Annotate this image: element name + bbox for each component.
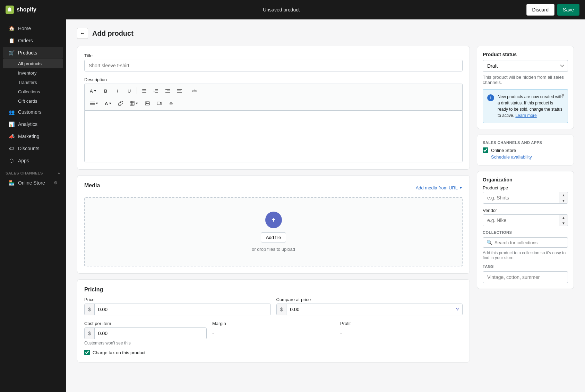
add-media-from-url[interactable]: Add media from URL ▼ — [416, 185, 463, 190]
product-type-stepper: ▲ ▼ — [559, 192, 568, 203]
sidebar-sub-all-products[interactable]: All products — [3, 59, 63, 68]
sidebar-item-online-store[interactable]: 🏪 Online Store ⚙ — [3, 177, 63, 189]
sidebar-item-home[interactable]: 🏠 Home — [3, 23, 63, 34]
media-title: Media — [84, 182, 100, 189]
info-close-icon[interactable]: ✕ — [561, 92, 565, 98]
cost-hint: Customers won't see this — [84, 341, 207, 346]
sidebar-item-apps[interactable]: ⬡ Apps — [3, 155, 63, 167]
profit-label: Profit — [340, 321, 463, 326]
description-editor[interactable] — [84, 110, 463, 162]
status-select[interactable]: Draft Active — [483, 60, 568, 72]
profit-value: - — [340, 327, 463, 336]
add-sales-channel-icon[interactable]: + — [58, 171, 60, 175]
sidebar-item-marketing[interactable]: 📣 Marketing — [3, 130, 63, 142]
dropdown-arrow-icon: ▼ — [459, 186, 463, 190]
sidebar-sub-gift-cards[interactable]: Gift cards — [3, 96, 63, 106]
indent-btn[interactable] — [163, 86, 173, 96]
svg-text:3.: 3. — [154, 92, 155, 93]
price-label: Price — [84, 297, 271, 302]
price-grid: Price $ Compare at price $ ? — [84, 297, 463, 315]
tax-checkbox-row: Charge tax on this product — [84, 350, 463, 355]
emoji-btn[interactable]: ☺ — [166, 99, 176, 108]
list-ol-btn[interactable]: 1.2.3. — [151, 86, 161, 96]
status-hint: This product will be hidden from all sal… — [483, 75, 568, 85]
collections-search-input[interactable] — [494, 240, 564, 245]
info-icon: i — [487, 94, 494, 101]
image-btn[interactable] — [142, 99, 153, 108]
topbar: shopify Unsaved product Discard Save — [0, 0, 585, 19]
page-header: ← Add product — [77, 28, 574, 39]
color-select[interactable]: A ▼ — [102, 99, 114, 108]
svg-point-4 — [142, 91, 143, 91]
list-ul-btn[interactable] — [139, 86, 149, 96]
learn-more-link[interactable]: Learn more — [515, 113, 536, 118]
sidebar-sub-inventory[interactable]: Inventory — [3, 68, 63, 78]
media-header: Media Add media from URL ▼ — [84, 182, 463, 193]
sidebar: 🏠 Home 📋 Orders 🛒 Products All products … — [0, 19, 66, 392]
home-icon: 🏠 — [8, 25, 15, 32]
margin-label: Margin — [212, 321, 335, 326]
table-select[interactable]: ▼ — [127, 99, 141, 108]
italic-btn[interactable]: I — [112, 86, 123, 96]
channel-row: Online Store — [483, 147, 568, 153]
vendor-stepper: ▲ ▼ — [559, 215, 568, 226]
underline-btn[interactable]: U — [124, 86, 135, 96]
back-button[interactable]: ← — [77, 28, 88, 39]
cost-input-wrapper: $ — [84, 327, 207, 339]
products-icon: 🛒 — [8, 50, 15, 56]
color-icon: A — [105, 101, 108, 106]
svg-rect-21 — [130, 101, 134, 105]
sales-channels-label: SALES CHANNELS AND APPS — [483, 140, 568, 145]
online-store-settings-icon[interactable]: ⚙ — [54, 180, 58, 185]
discard-button[interactable]: Discard — [526, 4, 554, 16]
vendor-row: Vendor ▲ ▼ — [483, 208, 568, 226]
svg-point-3 — [142, 89, 143, 90]
customers-icon: 👥 — [8, 109, 15, 115]
sidebar-item-discounts[interactable]: 🏷 Discounts — [3, 143, 63, 154]
tags-input[interactable] — [483, 271, 568, 283]
sidebar-sub-collections[interactable]: Collections — [3, 87, 63, 96]
product-type-up[interactable]: ▲ — [559, 192, 568, 198]
code-btn[interactable]: </> — [189, 86, 200, 96]
upload-area[interactable]: Add file or drop files to upload — [84, 197, 463, 266]
product-status-card: Product status Draft Active This product… — [477, 46, 574, 129]
info-text: New products are now created with a draf… — [498, 94, 564, 119]
title-input[interactable] — [84, 60, 463, 71]
product-type-row: Product type ▲ ▼ — [483, 185, 568, 204]
link-btn[interactable] — [115, 99, 126, 108]
bold-btn[interactable]: B — [101, 86, 111, 96]
compare-help-icon[interactable]: ? — [453, 304, 462, 315]
schedule-availability-link[interactable]: Schedule availability — [491, 154, 568, 160]
tax-label: Charge tax on this product — [93, 350, 145, 355]
product-type-input[interactable] — [483, 192, 559, 203]
add-file-button[interactable]: Add file — [261, 232, 286, 242]
content-area: Title Description A ▼ B I U — [77, 46, 574, 368]
price-input[interactable] — [95, 304, 270, 315]
align-select[interactable]: ▼ — [87, 99, 101, 108]
vendor-down[interactable]: ▼ — [559, 220, 568, 226]
apps-icon: ⬡ — [8, 157, 15, 164]
sidebar-sub-transfers[interactable]: Transfers — [3, 78, 63, 87]
svg-point-27 — [146, 103, 147, 103]
vendor-input[interactable] — [483, 215, 559, 226]
pricing-title: Pricing — [84, 287, 463, 293]
save-button[interactable]: Save — [557, 4, 579, 16]
vendor-up[interactable]: ▲ — [559, 215, 568, 220]
sidebar-item-analytics[interactable]: 📊 Analytics — [3, 118, 63, 130]
product-type-down[interactable]: ▼ — [559, 198, 568, 203]
sidebar-item-customers[interactable]: 👥 Customers — [3, 106, 63, 118]
description-label: Description — [84, 77, 463, 82]
compare-input[interactable] — [286, 304, 453, 315]
font-select[interactable]: A ▼ — [87, 86, 99, 96]
outdent-btn[interactable] — [174, 86, 185, 96]
sidebar-item-products[interactable]: 🛒 Products — [3, 47, 63, 59]
online-store-checkbox[interactable] — [483, 147, 488, 153]
margin-value: - — [212, 327, 335, 336]
tax-checkbox[interactable] — [84, 350, 90, 355]
sidebar-label-marketing: Marketing — [18, 134, 39, 139]
collections-search-wrapper: 🔍 — [483, 237, 568, 248]
sidebar-item-orders[interactable]: 📋 Orders — [3, 35, 63, 46]
video-btn[interactable] — [154, 99, 164, 108]
discounts-icon: 🏷 — [8, 145, 15, 152]
cost-input[interactable] — [95, 328, 206, 339]
